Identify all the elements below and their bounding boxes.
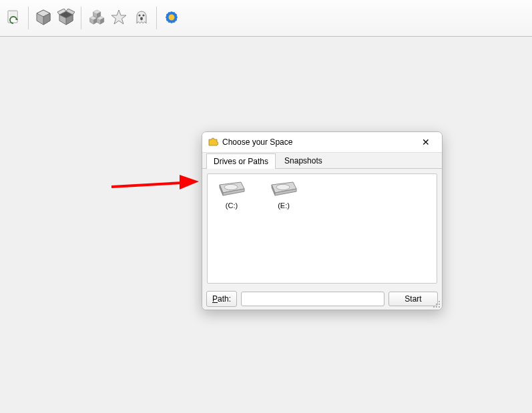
cube-button[interactable] xyxy=(33,7,54,29)
dialog-titlebar[interactable]: Choose your Space ✕ xyxy=(202,132,442,152)
toolbar-separator xyxy=(28,7,29,29)
svg-point-15 xyxy=(439,306,440,308)
dialog-body: (C:) (E:) xyxy=(202,169,442,288)
resize-grip-icon[interactable] xyxy=(433,300,441,308)
annotation-arrow-icon xyxy=(109,170,202,203)
choose-space-dialog: Choose your Space ✕ Drives or Paths Snap… xyxy=(202,131,443,310)
start-button[interactable]: Start xyxy=(388,292,438,306)
drive-label: (E:) xyxy=(264,201,304,210)
svg-point-3 xyxy=(140,17,143,20)
path-button[interactable]: Path: xyxy=(206,291,237,307)
puzzle-icon xyxy=(208,136,218,149)
drive-list: (C:) (E:) xyxy=(207,173,437,284)
ghost-icon xyxy=(134,9,150,28)
settings-button[interactable] xyxy=(161,7,182,29)
star-icon xyxy=(110,9,127,28)
cube-open-icon xyxy=(57,9,75,28)
svg-point-19 xyxy=(436,304,437,305)
svg-point-17 xyxy=(439,304,440,305)
svg-point-18 xyxy=(433,306,435,308)
drive-item-c[interactable]: (C:) xyxy=(212,178,252,210)
toolbar-separator xyxy=(81,7,81,29)
drive-item-e[interactable]: (E:) xyxy=(264,178,304,210)
main-toolbar xyxy=(0,0,532,37)
hard-drive-icon xyxy=(269,191,298,199)
dialog-title: Choose your Space xyxy=(222,137,414,147)
refresh-icon xyxy=(6,9,21,27)
svg-point-16 xyxy=(436,306,437,308)
svg-point-20 xyxy=(439,301,440,302)
tab-snapshots[interactable]: Snapshots xyxy=(277,153,330,168)
hard-drive-icon xyxy=(217,191,246,199)
cube-open-button[interactable] xyxy=(55,7,77,29)
dialog-footer: Path: Start xyxy=(202,288,442,310)
svg-point-2 xyxy=(142,14,144,16)
drive-label: (C:) xyxy=(212,201,252,210)
favorite-button[interactable] xyxy=(108,7,129,29)
svg-line-11 xyxy=(111,183,182,187)
path-label-rest: ath: xyxy=(218,294,231,304)
path-mnemonic: P xyxy=(212,294,218,304)
cube-group-icon xyxy=(87,9,105,28)
ghost-button[interactable] xyxy=(131,7,152,29)
refresh-button[interactable] xyxy=(3,7,24,29)
cube-group-button[interactable] xyxy=(85,7,107,29)
tab-drives-or-paths[interactable]: Drives or Paths xyxy=(206,153,276,169)
toolbar-separator xyxy=(156,7,157,29)
cube-icon xyxy=(35,9,52,28)
dialog-tabs: Drives or Paths Snapshots xyxy=(202,152,442,169)
svg-point-10 xyxy=(169,14,175,20)
path-input[interactable] xyxy=(241,292,384,306)
svg-point-14 xyxy=(276,184,290,189)
svg-point-13 xyxy=(224,184,238,189)
svg-point-1 xyxy=(138,14,140,16)
flower-gear-icon xyxy=(162,8,181,29)
close-icon: ✕ xyxy=(422,137,430,147)
svg-marker-12 xyxy=(180,175,199,189)
dialog-close-button[interactable]: ✕ xyxy=(414,135,438,149)
